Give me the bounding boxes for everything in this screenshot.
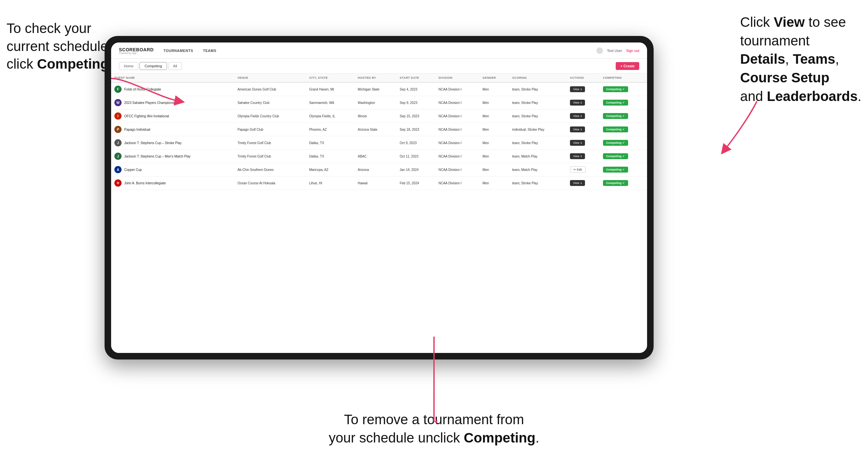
- competing-button[interactable]: Competing ✓: [603, 153, 628, 159]
- view-button[interactable]: View ℹ: [570, 100, 585, 105]
- filter-tab-all[interactable]: All: [168, 62, 182, 70]
- cell-hosted-by: Arizona State: [354, 123, 396, 136]
- cell-competing: Competing ✓: [600, 177, 647, 190]
- nav-link-teams[interactable]: TEAMS: [203, 48, 216, 54]
- annotation-tr-line3: tournament: [740, 33, 809, 49]
- competing-button[interactable]: Competing ✓: [603, 126, 628, 132]
- cell-start-date: Sep 9, 2023: [396, 96, 435, 110]
- col-competing: COMPETING: [600, 73, 647, 82]
- cell-event-name: P Papago Individual: [111, 123, 234, 136]
- nav-link-tournaments[interactable]: TOURNAMENTS: [163, 48, 193, 54]
- cell-division: NCAA Division I: [435, 110, 479, 123]
- annotation-leaderboards-bold: Leaderboards: [767, 89, 858, 104]
- annotation-tr-comma: ,: [785, 51, 793, 67]
- annotation-tr-period: .: [858, 89, 862, 104]
- sign-out-link[interactable]: Sign out: [626, 49, 639, 53]
- cell-event-name: J Jackson T. Stephens Cup – Men's Match …: [111, 150, 234, 163]
- table-row: J Jackson T. Stephens Cup – Stroke Play …: [111, 136, 647, 150]
- cell-actions: ✏ Edit: [567, 163, 600, 177]
- annotation-competing-bold: Competing: [37, 56, 108, 71]
- filter-tabs: Home Competing All: [119, 62, 182, 70]
- cell-start-date: Jan 14, 2024: [396, 163, 435, 177]
- cell-venue: Sahalee Country Club: [234, 96, 306, 110]
- table-body: F Folds of Honor Collegiate American Dun…: [111, 82, 647, 190]
- annotation-line1: To check your: [6, 21, 91, 36]
- cell-venue: American Dunes Golf Club: [234, 82, 306, 96]
- cell-start-date: Sep 15, 2023: [396, 110, 435, 123]
- competing-button[interactable]: Competing ✓: [603, 113, 628, 119]
- col-start-date: START DATE: [396, 73, 435, 82]
- scoreboard-subtitle: Powered by clipp: [119, 52, 154, 54]
- table-row: I OFCC Fighting Illini Invitational Olym…: [111, 110, 647, 123]
- annotation-tr-comma2: ,: [835, 51, 839, 67]
- cell-division: NCAA Division I: [435, 123, 479, 136]
- table-row: J Jackson T. Stephens Cup – Men's Match …: [111, 150, 647, 163]
- annotation-coursesetup-bold: Course Setup: [740, 70, 830, 85]
- cell-scoring: team, Match Play: [509, 150, 566, 163]
- view-button[interactable]: View ℹ: [570, 180, 585, 186]
- col-hosted-by: HOSTED BY: [354, 73, 396, 82]
- cell-city-state: Phoenix, AZ: [306, 123, 354, 136]
- competing-button[interactable]: Competing ✓: [603, 167, 628, 173]
- annotation-bottom-line1: To remove a tournament from: [344, 412, 524, 427]
- annotation-top-right: Click View to see tournament Details, Te…: [740, 13, 862, 105]
- tournaments-table: EVENT NAME VENUE CITY, STATE HOSTED BY S…: [111, 73, 647, 190]
- scoreboard-logo: SCOREBOARD Powered by clipp: [119, 47, 154, 54]
- cell-start-date: Sep 4, 2023: [396, 82, 435, 96]
- competing-button[interactable]: Competing ✓: [603, 140, 628, 146]
- annotation-top-left: To check your current schedule, click Co…: [6, 20, 113, 73]
- annotation-line2: current schedule,: [6, 38, 112, 54]
- cell-competing: Competing ✓: [600, 96, 647, 110]
- cell-hosted-by: Michigan State: [354, 82, 396, 96]
- annotation-and: and: [740, 89, 767, 104]
- table-container: EVENT NAME VENUE CITY, STATE HOSTED BY S…: [111, 73, 647, 353]
- cell-scoring: team, Match Play: [509, 163, 566, 177]
- cell-start-date: Feb 15, 2024: [396, 177, 435, 190]
- view-button[interactable]: View ℹ: [570, 126, 585, 132]
- avatar: [596, 48, 603, 54]
- cell-event-name: H John A. Burns Intercollegiate: [111, 177, 234, 190]
- create-button[interactable]: + Create: [616, 62, 639, 70]
- table-row: H John A. Burns Intercollegiate Ocean Co…: [111, 177, 647, 190]
- cell-gender: Men: [479, 96, 509, 110]
- cell-actions: View ℹ: [567, 150, 600, 163]
- table-row: A Copper Cup Ak-Chin Southern DunesMaric…: [111, 163, 647, 177]
- cell-competing: Competing ✓: [600, 136, 647, 150]
- cell-hosted-by: Arizona: [354, 163, 396, 177]
- annotation-bottom: To remove a tournament from your schedul…: [329, 410, 539, 447]
- cell-event-name: W 2023 Sahalee Players Championship: [111, 96, 234, 110]
- cell-city-state: Sammamish, WA: [306, 96, 354, 110]
- cell-city-state: Olympia Fields, IL: [306, 110, 354, 123]
- filter-tab-home[interactable]: Home: [119, 62, 138, 70]
- cell-actions: View ℹ: [567, 96, 600, 110]
- cell-event-name: I OFCC Fighting Illini Invitational: [111, 110, 234, 123]
- cell-hosted-by: Illinois: [354, 110, 396, 123]
- cell-start-date: Oct 11, 2023: [396, 150, 435, 163]
- col-scoring: SCORING: [509, 73, 566, 82]
- view-button[interactable]: View ℹ: [570, 86, 585, 92]
- cell-competing: Competing ✓: [600, 150, 647, 163]
- cell-hosted-by: [354, 136, 396, 150]
- annotation-bottom-competing-bold: Competing: [464, 430, 535, 445]
- tablet-shell: SCOREBOARD Powered by clipp TOURNAMENTS …: [104, 36, 654, 360]
- cell-division: NCAA Division I: [435, 177, 479, 190]
- competing-button[interactable]: Competing ✓: [603, 180, 628, 186]
- tablet-screen: SCOREBOARD Powered by clipp TOURNAMENTS …: [111, 42, 647, 353]
- col-division: DIVISION: [435, 73, 479, 82]
- cell-city-state: Dallas, TX: [306, 150, 354, 163]
- nav-user: Test User: [607, 49, 622, 53]
- nav-links: TOURNAMENTS TEAMS: [163, 48, 596, 54]
- competing-button[interactable]: Competing ✓: [603, 100, 628, 105]
- view-button[interactable]: View ℹ: [570, 113, 585, 119]
- competing-button[interactable]: Competing ✓: [603, 86, 628, 92]
- view-button[interactable]: View ℹ: [570, 140, 585, 146]
- cell-gender: Men: [479, 177, 509, 190]
- edit-button[interactable]: ✏ Edit: [570, 166, 586, 173]
- view-button[interactable]: View ℹ: [570, 153, 585, 159]
- cell-division: NCAA Division I: [435, 82, 479, 96]
- cell-event-name: F Folds of Honor Collegiate: [111, 82, 234, 96]
- cell-city-state: Lihue, HI: [306, 177, 354, 190]
- filter-tab-competing[interactable]: Competing: [140, 62, 167, 70]
- cell-gender: Men: [479, 150, 509, 163]
- cell-event-name: J Jackson T. Stephens Cup – Stroke Play: [111, 136, 234, 150]
